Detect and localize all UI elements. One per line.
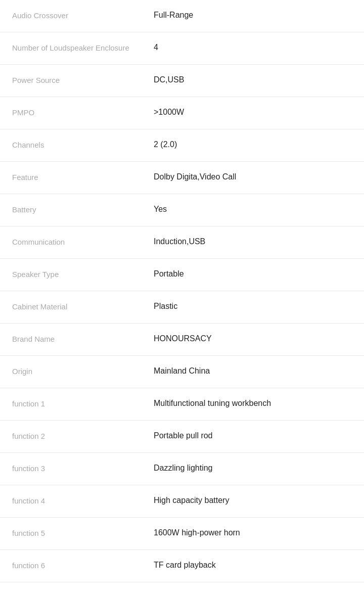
- spec-value: Multifunctional tuning workbench: [154, 397, 352, 409]
- spec-table: Audio CrossoverFull-RangeNumber of Louds…: [0, 0, 364, 582]
- spec-value: >1000W: [154, 106, 352, 118]
- spec-value: 1600W high-power horn: [154, 527, 352, 539]
- spec-label: Origin: [12, 365, 154, 377]
- table-row: FeatureDolby Digita,Video Call: [0, 162, 364, 194]
- spec-value: Plastic: [154, 300, 352, 312]
- spec-label: function 2: [12, 430, 154, 441]
- spec-label: Power Source: [12, 74, 154, 85]
- table-row: PMPO>1000W: [0, 97, 364, 129]
- spec-value: Full-Range: [154, 9, 352, 21]
- table-row: Brand NameHONOURSACY: [0, 324, 364, 356]
- spec-value: TF card playback: [154, 559, 352, 571]
- spec-label: function 5: [12, 527, 154, 538]
- spec-value: Dolby Digita,Video Call: [154, 171, 352, 183]
- table-row: CommunicationInduction,USB: [0, 226, 364, 259]
- table-row: function 3Dazzling lighting: [0, 453, 364, 485]
- table-row: function 1Multifunctional tuning workben…: [0, 388, 364, 421]
- table-row: Speaker TypePortable: [0, 259, 364, 291]
- table-row: OriginMainland China: [0, 356, 364, 388]
- spec-label: Battery: [12, 203, 154, 215]
- spec-value: Induction,USB: [154, 236, 352, 248]
- spec-label: Cabinet Material: [12, 300, 154, 312]
- spec-label: function 6: [12, 559, 154, 571]
- spec-label: Communication: [12, 236, 154, 247]
- spec-label: Feature: [12, 171, 154, 182]
- spec-value: 2 (2.0): [154, 139, 352, 151]
- spec-label: Audio Crossover: [12, 9, 154, 21]
- spec-value: Dazzling lighting: [154, 462, 352, 474]
- spec-value: DC,USB: [154, 74, 352, 86]
- spec-label: Number of Loudspeaker Enclosure: [12, 41, 154, 53]
- spec-value: HONOURSACY: [154, 333, 352, 345]
- spec-label: function 1: [12, 397, 154, 409]
- table-row: function 51600W high-power horn: [0, 518, 364, 550]
- table-row: Channels2 (2.0): [0, 129, 364, 162]
- table-row: Power SourceDC,USB: [0, 65, 364, 97]
- table-row: Audio CrossoverFull-Range: [0, 0, 364, 32]
- spec-value: Portable pull rod: [154, 430, 352, 442]
- spec-value: Portable: [154, 268, 352, 280]
- table-row: function 6TF card playback: [0, 550, 364, 582]
- spec-value: 4: [154, 41, 352, 54]
- table-row: BatteryYes: [0, 194, 364, 226]
- spec-value: Mainland China: [154, 365, 352, 377]
- table-row: Cabinet MaterialPlastic: [0, 291, 364, 324]
- spec-value: High capacity battery: [154, 494, 352, 507]
- spec-value: Yes: [154, 203, 352, 215]
- spec-label: Channels: [12, 139, 154, 150]
- table-row: function 2Portable pull rod: [0, 421, 364, 453]
- spec-label: Speaker Type: [12, 268, 154, 280]
- table-row: Number of Loudspeaker Enclosure4: [0, 32, 364, 65]
- table-row: function 4High capacity battery: [0, 485, 364, 518]
- spec-label: Brand Name: [12, 333, 154, 344]
- spec-label: PMPO: [12, 106, 154, 118]
- spec-label: function 4: [12, 494, 154, 506]
- spec-label: function 3: [12, 462, 154, 474]
